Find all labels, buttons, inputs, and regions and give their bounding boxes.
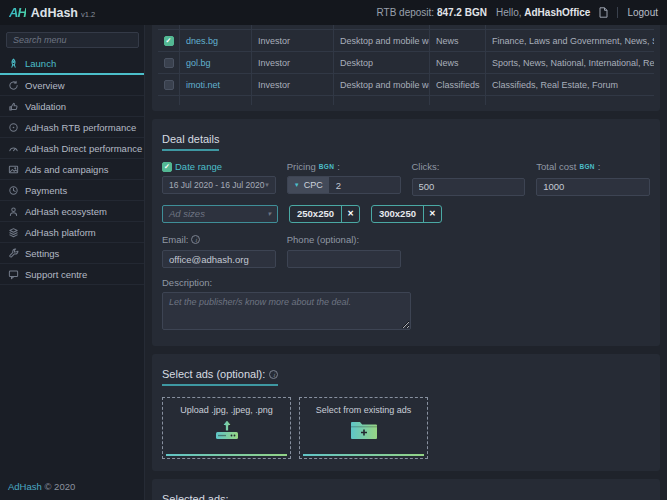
close-icon[interactable]: ✕ (342, 209, 359, 218)
app-header: AH AdHash v1.2 RTB deposit: 847.2 BGN He… (0, 0, 667, 25)
description-textarea[interactable] (162, 292, 411, 330)
username: AdHashOffice (524, 7, 590, 18)
role-cell: Investor (252, 74, 334, 95)
circular-arrows-icon (8, 80, 19, 91)
category-cell: Classifieds (430, 74, 486, 95)
role-cell: Investor (252, 30, 334, 51)
site-link[interactable]: imoti.net (186, 80, 220, 90)
row-checkbox[interactable] (164, 80, 174, 90)
chevron-down-icon: ▾ (265, 181, 269, 189)
phone-field: Phone (optional): (287, 234, 401, 269)
size-tag: 300x250 ✕ (371, 205, 442, 223)
role-cell: Investor (252, 52, 334, 73)
rocket-icon (8, 58, 19, 69)
ad-sizes-select[interactable]: Ad sizes ▾ (162, 205, 278, 223)
date-range-checkbox[interactable]: ✓ (162, 162, 172, 172)
user-greeting: Hello, AdHashOffice (496, 7, 590, 18)
image-icon (8, 164, 19, 175)
publishers-table: ✓ dnes.bg Investor Desktop and mobile we… (152, 25, 660, 111)
rtb-deposit: RTB deposit: 847.2 BGN (376, 7, 486, 18)
adhash-logo-icon: AH (9, 5, 26, 20)
select-ads-section: Select ads (optional): i Upload .jpg, .j… (152, 354, 660, 471)
thumbs-up-icon (8, 101, 19, 112)
category-cell: News (430, 30, 486, 51)
table-row-cut (158, 96, 654, 105)
upload-ads-dropzone[interactable]: Upload .jpg, .jpeg, .png (162, 397, 291, 459)
date-range-select[interactable]: 16 Jul 2020 - 16 Jul 2020 ▾ (162, 176, 276, 194)
date-range-field: ✓ Date range 16 Jul 2020 - 16 Jul 2020 ▾ (162, 161, 276, 196)
close-icon[interactable]: ✕ (424, 209, 441, 218)
select-ads-title: Select ads (optional): i (162, 368, 278, 386)
select-existing-ads-button[interactable]: Select from existing ads (299, 397, 428, 459)
selected-ads-title: Selected ads: (162, 493, 229, 500)
total-cost-input[interactable] (536, 178, 650, 196)
phone-input[interactable] (287, 250, 401, 268)
chevron-down-icon: ▾ (267, 210, 271, 218)
category-cell: News (430, 52, 486, 73)
deal-details-section: Deal details ✓ Date range 16 Jul 2020 - … (152, 119, 660, 346)
main-content: ✓ dnes.bg Investor Desktop and mobile we… (145, 25, 667, 500)
person-icon (8, 206, 19, 217)
target-icon (8, 122, 19, 133)
pricing-field: Pricing BGN : ▼ CPC 2 (287, 161, 401, 196)
sidebar-item-validation[interactable]: Validation (0, 96, 144, 117)
sidebar-item-ads-and-campaigns[interactable]: Ads and campaigns (0, 159, 144, 180)
chat-icon (8, 269, 19, 280)
header-divider (617, 7, 618, 18)
table-row: imoti.net Investor Desktop and mobile we… (158, 74, 654, 96)
clicks-input[interactable] (412, 178, 526, 196)
table-row: ✓ dnes.bg Investor Desktop and mobile we… (158, 30, 654, 52)
sidebar: Launch Overview Validation AdHash RTB pe… (0, 25, 145, 500)
sidebar-item-direct-performance[interactable]: AdHash Direct performance (0, 138, 144, 159)
folder-plus-icon (349, 419, 379, 441)
sidebar-item-support-centre[interactable]: Support centre (0, 264, 144, 285)
devices-cell: Desktop and mobile web (334, 74, 430, 95)
rtb-deposit-value: 847.2 BGN (437, 7, 487, 18)
row-checkbox[interactable] (164, 58, 174, 68)
gauge-icon (8, 143, 19, 154)
clicks-field: Clicks: (412, 161, 526, 196)
wrench-icon (8, 248, 19, 259)
logout-button[interactable]: Logout (627, 7, 658, 18)
deal-details-title: Deal details (162, 133, 219, 151)
selected-ads-section: Selected ads: To be uploaded ✕ (152, 479, 660, 500)
layers-icon (8, 227, 19, 238)
upload-icon (210, 419, 244, 441)
site-link[interactable]: gol.bg (186, 58, 211, 68)
chevron-down-icon: ▼ (294, 182, 300, 188)
gradient-bar (303, 454, 424, 456)
sidebar-item-settings[interactable]: Settings (0, 243, 144, 264)
site-link[interactable]: dnes.bg (186, 36, 218, 46)
email-field: Email: i (162, 234, 276, 269)
total-cost-field: Total cost BGN : (536, 161, 650, 196)
sidebar-item-launch[interactable]: Launch (0, 54, 144, 75)
pricing-value[interactable]: 2 (329, 180, 348, 191)
topics-cell: Finance, Laws and Government, News, Spor… (486, 30, 654, 51)
gradient-bar (166, 454, 287, 456)
size-tag: 250x250 ✕ (289, 205, 360, 223)
info-icon: i (191, 235, 200, 244)
devices-cell: Desktop (334, 52, 430, 73)
topics-cell: Classifieds, Real Estate, Forum (486, 74, 654, 95)
sidebar-item-ecosystem[interactable]: AdHash ecosystem (0, 201, 144, 222)
table-row: gol.bg Investor Desktop News Sports, New… (158, 52, 654, 74)
document-icon[interactable] (599, 7, 608, 18)
pricing-model-dropdown[interactable]: ▼ CPC (288, 177, 329, 193)
copyright: AdHash © 2020 (8, 481, 75, 492)
devices-cell: Desktop and mobile web (334, 30, 430, 51)
app-version: v1.2 (81, 10, 95, 19)
sidebar-item-platform[interactable]: AdHash platform (0, 222, 144, 243)
clock-icon (8, 185, 19, 196)
info-icon: i (269, 370, 278, 379)
sidebar-item-payments[interactable]: Payments (0, 180, 144, 201)
topics-cell: Sports, News, National, International, R… (486, 52, 654, 73)
description-field: Description: (162, 277, 650, 334)
search-menu-input[interactable] (6, 32, 139, 48)
sidebar-item-overview[interactable]: Overview (0, 75, 144, 96)
sidebar-item-rtb-performance[interactable]: AdHash RTB performance (0, 117, 144, 138)
pricing-input-group: ▼ CPC 2 (287, 176, 401, 194)
brand-name: AdHash (31, 6, 78, 20)
row-checkbox[interactable]: ✓ (164, 36, 174, 46)
email-input[interactable] (162, 250, 276, 268)
